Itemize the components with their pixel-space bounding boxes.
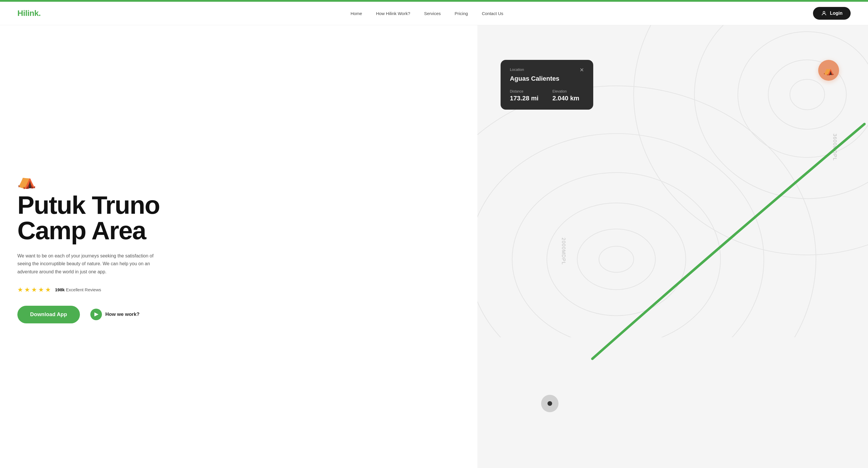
main-content: ⛺ Putuk Truno Camp Area We want to be on… bbox=[0, 25, 868, 468]
hero-title: Putuk Truno Camp Area bbox=[18, 192, 460, 243]
main-nav: Home How Hilink Work? Services Pricing C… bbox=[351, 11, 503, 16]
distance-stat: Distance 173.28 mi bbox=[510, 89, 538, 102]
header: Hilink. Home How Hilink Work? Services P… bbox=[0, 2, 868, 25]
card-stats: Distance 173.28 mi Elevation 2.040 km bbox=[510, 89, 584, 102]
hero-map: 2000MDPL 3600MDPL Location ✕ Aguas Calie… bbox=[477, 25, 868, 468]
review-text: 198k Excellent Reviews bbox=[55, 287, 101, 292]
nav-how-hilink-work[interactable]: How Hilink Work? bbox=[376, 11, 410, 16]
location-label: Location bbox=[510, 67, 524, 72]
nav-services[interactable]: Services bbox=[424, 11, 441, 16]
cta-row: Download App How we work? bbox=[18, 306, 460, 323]
distance-label: Distance bbox=[510, 89, 538, 93]
logo-hi: Hi bbox=[18, 9, 25, 18]
login-label: Login bbox=[830, 11, 842, 16]
star-3: ★ bbox=[31, 286, 37, 294]
tent-emoji: ⛺ bbox=[18, 172, 460, 190]
nav-home[interactable]: Home bbox=[351, 11, 362, 16]
star-1: ★ bbox=[18, 286, 23, 294]
elevation-stat: Elevation 2.040 km bbox=[552, 89, 579, 102]
location-name: Aguas Calientes bbox=[510, 75, 584, 82]
hero-left: ⛺ Putuk Truno Camp Area We want to be on… bbox=[0, 25, 477, 468]
login-button[interactable]: Login bbox=[813, 7, 850, 20]
how-we-work-label: How we work? bbox=[105, 311, 140, 317]
review-label: Excellent Reviews bbox=[66, 287, 101, 292]
play-triangle bbox=[94, 312, 98, 316]
how-we-work-button[interactable]: How we work? bbox=[90, 309, 140, 320]
hero-title-line1: Putuk Truno bbox=[18, 191, 159, 219]
elevation-label: Elevation bbox=[552, 89, 579, 93]
svg-point-0 bbox=[823, 11, 825, 13]
star-rating: ★ ★ ★ ★ ★ bbox=[18, 286, 51, 294]
hero-title-line2: Camp Area bbox=[18, 216, 146, 245]
nav-contact-us[interactable]: Contact Us bbox=[482, 11, 503, 16]
nav-pricing[interactable]: Pricing bbox=[455, 11, 468, 16]
play-icon bbox=[90, 309, 102, 320]
location-card: Location ✕ Aguas Calientes Distance 173.… bbox=[501, 60, 593, 110]
logo: Hilink. bbox=[18, 9, 41, 18]
review-count: 198k bbox=[55, 287, 65, 292]
hero-description: We want to be on each of your journeys s… bbox=[18, 252, 168, 276]
logo-link: link bbox=[25, 9, 38, 18]
download-app-button[interactable]: Download App bbox=[18, 306, 80, 323]
map-dot-gray bbox=[541, 395, 558, 412]
elevation-value: 2.040 km bbox=[552, 95, 579, 102]
user-icon bbox=[821, 10, 827, 16]
card-header: Location ✕ bbox=[510, 67, 584, 73]
map-pin-orange: ⛺ bbox=[818, 60, 839, 81]
map-dot-inner bbox=[548, 401, 552, 406]
logo-dot: . bbox=[38, 9, 40, 18]
card-close-button[interactable]: ✕ bbox=[580, 67, 584, 73]
distance-value: 173.28 mi bbox=[510, 95, 538, 102]
pin-tent-emoji: ⛺ bbox=[824, 65, 834, 75]
star-4: ★ bbox=[38, 286, 44, 294]
star-5: ★ bbox=[45, 286, 51, 294]
reviews-section: ★ ★ ★ ★ ★ 198k Excellent Reviews bbox=[18, 286, 460, 294]
star-2: ★ bbox=[24, 286, 30, 294]
